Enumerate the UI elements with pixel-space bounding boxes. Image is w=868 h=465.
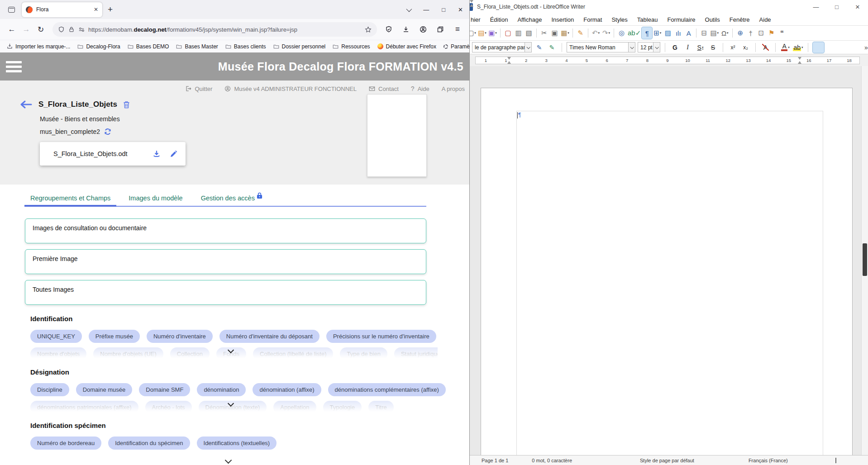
- menu-item[interactable]: Édition: [490, 16, 508, 23]
- status-language[interactable]: Français (France): [749, 458, 788, 463]
- field-chip[interactable]: Identifications (textuelles): [197, 437, 277, 450]
- help-action[interactable]: ? Aide: [411, 85, 429, 92]
- field-chip[interactable]: Numéro d'inventaire du déposant: [219, 330, 320, 343]
- url-bar[interactable]: https://demobam.decalog.net/formationv45…: [52, 22, 377, 37]
- url-text[interactable]: https://demobam.decalog.net/formationv45…: [88, 26, 361, 33]
- status-page-count[interactable]: Page 1 de 1: [482, 458, 508, 463]
- combo-caret-icon[interactable]: [525, 43, 531, 52]
- align-button[interactable]: [838, 42, 849, 53]
- new-tab-button[interactable]: +: [108, 5, 113, 14]
- list-tabs-icon[interactable]: [406, 6, 412, 12]
- toolbar-button[interactable]: ¶: [642, 27, 652, 39]
- permissions-icon[interactable]: [78, 26, 85, 33]
- menu-icon[interactable]: ≡: [450, 23, 465, 36]
- maximize-button[interactable]: □: [442, 6, 445, 13]
- insert-mode-icon[interactable]: [835, 458, 836, 463]
- menu-item[interactable]: Format: [583, 16, 602, 23]
- back-button[interactable]: ←: [5, 23, 19, 36]
- toolbar-button[interactable]: A: [683, 27, 694, 39]
- toolbar-button[interactable]: ▨: [663, 27, 673, 39]
- superscript-button[interactable]: x²: [728, 42, 738, 53]
- field-chip[interactable]: Précisions sur le numéro d'inventaire: [326, 330, 436, 343]
- about-action[interactable]: A propos: [442, 85, 465, 92]
- reload-button[interactable]: ↻: [33, 23, 48, 36]
- menu-item[interactable]: hier: [471, 16, 481, 23]
- toolbar-button[interactable]: ⚑: [766, 27, 777, 39]
- toolbar-button[interactable]: ▥: [513, 27, 524, 39]
- download-icon[interactable]: [153, 150, 161, 158]
- strikethrough-button[interactable]: S: [708, 42, 718, 53]
- menu-item[interactable]: Styles: [611, 16, 627, 23]
- toolbar-button[interactable]: ▤ ▾: [477, 27, 487, 39]
- firefox-view-icon[interactable]: [5, 3, 18, 16]
- refresh-icon[interactable]: [104, 128, 111, 135]
- menu-item[interactable]: Formulaire: [667, 16, 695, 23]
- toolbar-button[interactable]: ✎: [575, 27, 586, 39]
- edit-pencil-icon[interactable]: [170, 150, 177, 158]
- writer-title-bar[interactable]: S_Flora_Liste_Objets.odt - LibreOffice W…: [470, 0, 868, 14]
- bookmark-item[interactable]: Dossier personnel: [270, 42, 329, 51]
- group-box[interactable]: Toutes Images: [25, 280, 426, 305]
- toolbar-button[interactable]: ⊞ ▾: [652, 27, 663, 39]
- right-margin-marker[interactable]: [798, 57, 802, 64]
- toolbar-button[interactable]: ⊟: [699, 27, 709, 39]
- toolbar-button[interactable]: ılı: [673, 27, 683, 39]
- document-page[interactable]: ¶: [481, 88, 853, 455]
- tab-gestion-des-acces[interactable]: Gestion des accès: [201, 195, 262, 202]
- menu-item[interactable]: Outils: [705, 16, 720, 23]
- account-icon[interactable]: [416, 23, 430, 36]
- toolbar-button[interactable]: ↶ ▾: [591, 27, 601, 39]
- horizontal-ruler[interactable]: 1123456789101112131415161718: [475, 57, 860, 64]
- minimize-button[interactable]: —: [806, 4, 826, 10]
- left-margin-marker[interactable]: [507, 57, 511, 64]
- shield-icon[interactable]: [58, 26, 65, 33]
- bookmark-item[interactable]: Débuter avec Firefox: [374, 42, 439, 51]
- menu-item[interactable]: Aide: [759, 16, 771, 23]
- status-word-count[interactable]: 0 mot, 0 caractère: [532, 458, 572, 463]
- user-account[interactable]: Musée v4 ADMINISTRATEUR FONCTIONNEL: [224, 85, 357, 92]
- lock-icon[interactable]: [68, 26, 75, 33]
- field-chip[interactable]: Domaine SMF: [139, 383, 190, 396]
- close-button[interactable]: ✕: [458, 6, 463, 13]
- toolbar-button[interactable]: ❝: [777, 27, 787, 39]
- menu-item[interactable]: Tableau: [637, 16, 658, 23]
- align-button[interactable]: [851, 42, 862, 53]
- toolbar-button[interactable]: ▢: [503, 27, 513, 39]
- menu-item[interactable]: Fenêtre: [730, 16, 750, 23]
- bookmark-item[interactable]: Bases DEMO: [124, 42, 172, 51]
- scrollbar-thumb[interactable]: [863, 243, 867, 276]
- italic-button[interactable]: I: [682, 42, 693, 53]
- toolbar-button[interactable]: ↷ ▾: [601, 27, 611, 39]
- font-size-combo[interactable]: 12 pt: [638, 42, 660, 52]
- hamburger-menu-icon[interactable]: [6, 61, 22, 72]
- tab-close-icon[interactable]: ✕: [94, 6, 98, 13]
- combo-caret-icon[interactable]: [628, 43, 635, 52]
- toolbar-button[interactable]: ▧: [524, 27, 534, 39]
- toolbar-overflow-icon[interactable]: »: [864, 44, 868, 51]
- tab-regroupements-et-champs[interactable]: Regroupements et Champs: [30, 195, 110, 202]
- toolbar-button[interactable]: ⊕: [735, 27, 745, 39]
- highlight-color-button[interactable]: ab▾: [793, 42, 803, 53]
- new-style-icon[interactable]: ✎: [547, 42, 557, 53]
- field-chip[interactable]: Discipline: [30, 383, 69, 396]
- bookmark-item[interactable]: Importer les marque-...: [4, 42, 73, 51]
- field-chip[interactable]: dénomination (affixe): [253, 383, 321, 396]
- combo-caret-icon[interactable]: [653, 43, 660, 52]
- paragraph-style-combo[interactable]: le de paragraphe par déf: [472, 42, 532, 52]
- field-chip[interactable]: dénomination: [197, 383, 246, 396]
- subscript-button[interactable]: x₂: [740, 42, 751, 53]
- toolbar-button[interactable]: ▢ ▾: [469, 27, 477, 39]
- toolbar-button[interactable]: ✂: [539, 27, 549, 39]
- group-box[interactable]: Première Image: [25, 249, 426, 274]
- menu-item[interactable]: Insertion: [551, 16, 574, 23]
- underline-button[interactable]: S▾: [695, 42, 706, 53]
- align-button[interactable]: [825, 42, 837, 53]
- quit-action[interactable]: Quitter: [185, 85, 212, 92]
- field-chip[interactable]: dénominations complémentaires (affixe): [328, 383, 446, 396]
- toolbar-button[interactable]: ◎: [616, 27, 627, 39]
- toolbar-button[interactable]: †: [745, 27, 756, 39]
- field-chip[interactable]: Domaine musée: [76, 383, 133, 396]
- downloads-icon[interactable]: [399, 23, 413, 36]
- bookmark-item[interactable]: Bases clients: [222, 42, 269, 51]
- template-file-card[interactable]: S_Flora_Liste_Objets.odt: [40, 142, 186, 166]
